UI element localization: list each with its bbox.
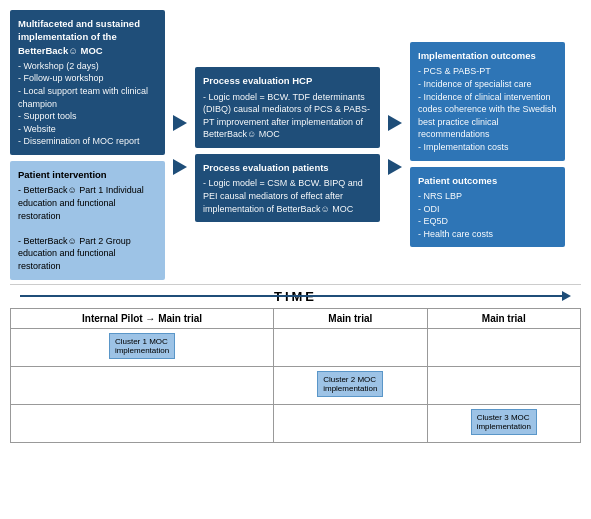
process-patients-title: Process evaluation patients — [203, 161, 372, 174]
timeline-table: Internal Pilot → Main trial Main trial M… — [10, 308, 581, 443]
right-column: Implementation outcomes - PCS & PABS-PT … — [410, 42, 565, 247]
cluster2-cell: Cluster 2 MOCimplementation — [274, 366, 427, 404]
col-header-3: Main trial — [427, 308, 580, 328]
cluster3-box: Cluster 3 MOCimplementation — [471, 409, 537, 435]
implementation-outcomes-box: Implementation outcomes - PCS & PABS-PT … — [410, 42, 565, 160]
arrow-top-right-icon — [388, 115, 402, 131]
patient-intervention-title: Patient intervention — [18, 168, 157, 181]
patient-outcomes-title: Patient outcomes — [418, 174, 557, 187]
center-column: Process evaluation HCP - Logic model = B… — [195, 67, 380, 222]
patient-intervention-items: - BetterBack☺ Part 1 Individual educatio… — [18, 184, 157, 272]
col-header-1: Internal Pilot → Main trial — [11, 308, 274, 328]
col1-empty2 — [11, 404, 274, 442]
cluster1-box: Cluster 1 MOCimplementation — [109, 333, 175, 359]
top-flow-row: Multifaceted and sustained implementatio… — [10, 10, 581, 280]
implementation-title: Multifaceted and sustained implementatio… — [18, 17, 157, 57]
cluster2-box: Cluster 2 MOCimplementation — [317, 371, 383, 397]
time-arrow-container — [20, 291, 571, 301]
cluster2-cell-empty — [274, 328, 427, 366]
col2-empty2 — [274, 404, 427, 442]
process-patients-body: - Logic model = CSM & BCW. BIPQ and PEI … — [203, 177, 372, 215]
cluster3-cell: Cluster 3 MOCimplementation — [427, 404, 580, 442]
timeline-row-1: Cluster 1 MOCimplementation — [11, 328, 581, 366]
left-column: Multifaceted and sustained implementatio… — [10, 10, 165, 280]
arrow-bottom-right-icon — [388, 159, 402, 175]
diagram-container: Multifaceted and sustained implementatio… — [0, 0, 591, 453]
time-arrow-head — [562, 291, 571, 301]
implementation-items: - Workshop (2 days) - Follow-up workshop… — [18, 60, 157, 148]
time-arrow-line — [20, 295, 562, 297]
implementation-box: Multifaceted and sustained implementatio… — [10, 10, 165, 155]
col-header-2: Main trial — [274, 308, 427, 328]
timeline-row-3: Cluster 3 MOCimplementation — [11, 404, 581, 442]
patient-outcomes-box: Patient outcomes - NRS LBP - ODI - EQ5D … — [410, 167, 565, 248]
col1-empty — [11, 366, 274, 404]
timeline-section: TIME Internal Pilot → Main trial Main tr… — [10, 284, 581, 443]
process-hcp-box: Process evaluation HCP - Logic model = B… — [195, 67, 380, 148]
implementation-outcomes-items: - PCS & PABS-PT - Incidence of specialis… — [418, 65, 557, 153]
cluster3-cell-empty — [427, 328, 580, 366]
arrow-top-icon — [173, 115, 187, 131]
process-hcp-body: - Logic model = BCW. TDF determinants (D… — [203, 91, 372, 141]
cluster1-cell: Cluster 1 MOCimplementation — [11, 328, 274, 366]
process-patients-box: Process evaluation patients - Logic mode… — [195, 154, 380, 222]
patient-outcomes-items: - NRS LBP - ODI - EQ5D - Health care cos… — [418, 190, 557, 240]
arrow-center-right — [380, 115, 410, 175]
patient-intervention-box: Patient intervention - BetterBack☺ Part … — [10, 161, 165, 279]
arrow-left-center — [165, 115, 195, 175]
col3-empty — [427, 366, 580, 404]
arrow-bottom-icon — [173, 159, 187, 175]
implementation-outcomes-title: Implementation outcomes — [418, 49, 557, 62]
timeline-row-2: Cluster 2 MOCimplementation — [11, 366, 581, 404]
process-hcp-title: Process evaluation HCP — [203, 74, 372, 87]
